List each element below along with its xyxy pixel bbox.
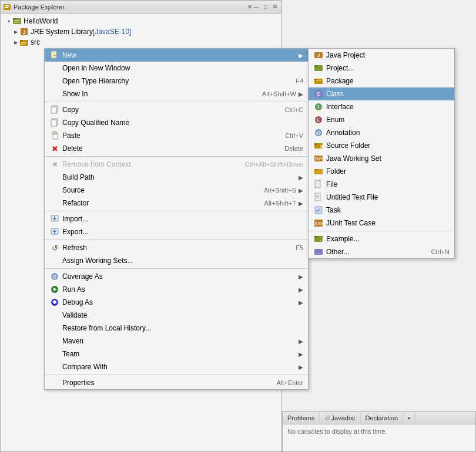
svg-marker-10 <box>20 40 22 42</box>
menu-item-export[interactable]: Export... <box>45 225 308 238</box>
menu-item-open-type-hierarchy[interactable]: Open Type Hierarchy F4 <box>45 75 308 87</box>
export-icon <box>49 227 60 237</box>
menu-item-properties[interactable]: Properties Alt+Enter <box>45 376 308 389</box>
sub-menu-item-untitled-text-file[interactable]: Untitled Text File <box>309 191 454 204</box>
sub-menu-item-file[interactable]: File <box>309 178 454 191</box>
menu-item-assign-working-sets[interactable]: Assign Working Sets... <box>45 254 308 267</box>
menu-item-maven[interactable]: Maven ▶ <box>45 335 308 348</box>
untitled-text-file-label: Untitled Text File <box>326 193 450 201</box>
sub-menu-item-java-working-set[interactable]: JWS Java Working Set <box>309 152 454 165</box>
menu-item-restore-history[interactable]: Restore from Local History... <box>45 322 308 335</box>
menu-item-run-as[interactable]: Run As ▶ <box>45 283 308 296</box>
annotation-icon: @ <box>313 127 324 138</box>
menu-item-show-in[interactable]: Show In Alt+Shift+W ▶ <box>45 87 308 100</box>
console-content: No consoles to display at this time. <box>283 424 475 438</box>
menu-item-refresh[interactable]: ↺ Refresh F5 <box>45 241 308 254</box>
svg-text:✱: ✱ <box>52 299 57 305</box>
declaration-label: Declaration <box>366 414 398 421</box>
show-in-label: Show In <box>62 90 250 98</box>
menu-item-source[interactable]: Source Alt+Shift+S ▶ <box>45 184 308 197</box>
compare-with-arrow: ▶ <box>299 364 303 370</box>
tree-item-helloworld[interactable]: ▾ HelloWorld <box>1 16 281 26</box>
svg-rect-11 <box>21 42 26 43</box>
sub-menu-item-package[interactable]: Package <box>309 75 454 87</box>
svg-text:J: J <box>22 29 25 35</box>
show-in-icon <box>49 89 60 99</box>
menu-item-compare-with[interactable]: Compare With ▶ <box>45 360 308 373</box>
team-icon <box>49 349 60 359</box>
minimize-icon[interactable]: — <box>252 3 260 11</box>
maven-icon <box>49 336 60 346</box>
tab-javadoc[interactable]: @ Javadoc <box>320 411 360 424</box>
build-path-label: Build Path <box>62 173 296 181</box>
menu-item-copy[interactable]: Copy Ctrl+C <box>45 103 308 116</box>
menu-item-team[interactable]: Team ▶ <box>45 348 308 360</box>
open-new-window-icon <box>49 63 60 73</box>
package-explorer-icon <box>3 3 11 11</box>
tree-item-jre[interactable]: ▶ J JRE System Library [JavaSE-10] <box>1 26 281 37</box>
package-explorer-tree: ▾ HelloWorld ▶ J JRE System Lib <box>1 14 281 50</box>
menu-item-new[interactable]: + New ▶ <box>45 49 308 62</box>
sub-menu-item-other[interactable]: ... Other... Ctrl+N <box>309 245 454 258</box>
tree-arrow-src[interactable]: ▶ <box>12 39 19 46</box>
menu-item-paste[interactable]: Paste Ctrl+V <box>45 129 308 142</box>
compare-with-icon <box>49 362 60 372</box>
refresh-icon: ↺ <box>49 242 60 253</box>
delete-shortcut: Delete <box>284 145 303 152</box>
copy-qualified-label: Copy Qualified Name <box>62 119 303 127</box>
sub-menu-item-task[interactable]: Task <box>309 204 454 217</box>
properties-shortcut: Alt+Enter <box>276 379 303 386</box>
menu-item-validate[interactable]: Validate <box>45 309 308 322</box>
sub-menu-item-example[interactable]: ... Example... <box>309 232 454 245</box>
menu-item-coverage-as[interactable]: C Coverage As ▶ <box>45 270 308 283</box>
tab-console[interactable]: ▪ <box>403 411 415 424</box>
build-path-arrow: ▶ <box>299 174 303 181</box>
tree-item-src[interactable]: ▶ src <box>1 37 281 48</box>
sub-menu-item-source-folder[interactable]: S Source Folder <box>309 139 454 152</box>
menu-item-open-new-window[interactable]: Open in New Window <box>45 62 308 75</box>
separator-2 <box>45 156 308 157</box>
file-icon <box>313 179 324 190</box>
tree-arrow-helloworld[interactable]: ▾ <box>5 18 12 25</box>
refresh-label: Refresh <box>62 244 284 252</box>
svg-rect-41 <box>316 80 321 81</box>
sub-menu-item-class[interactable]: C Class <box>309 87 454 100</box>
sub-menu-item-junit-test-case[interactable]: JUnit JUnit Test Case <box>309 217 454 230</box>
sub-menu-item-project[interactable]: Project... <box>309 62 454 75</box>
compare-with-label: Compare With <box>62 363 296 371</box>
sub-menu-item-interface[interactable]: I Interface <box>309 100 454 113</box>
sub-separator-1 <box>309 231 454 231</box>
close-icon[interactable]: ✕ <box>247 4 252 10</box>
svg-rect-2 <box>5 7 8 8</box>
menu-item-copy-qualified[interactable]: Copy Qualified Name <box>45 116 308 129</box>
menu-item-delete[interactable]: ✖ Delete Delete <box>45 142 308 155</box>
menu-item-import[interactable]: Import... <box>45 212 308 225</box>
at-icon: @ <box>324 415 330 421</box>
coverage-as-arrow: ▶ <box>299 274 303 280</box>
tree-arrow-jre[interactable]: ▶ <box>12 28 19 35</box>
source-icon <box>49 185 60 195</box>
maximize-icon[interactable]: □ <box>262 3 270 11</box>
copy-label: Copy <box>62 106 273 114</box>
sub-menu-item-annotation[interactable]: @ Annotation <box>309 126 454 139</box>
tab-problems[interactable]: Problems <box>283 411 320 424</box>
menu-item-refactor[interactable]: Refactor Alt+Shift+T ▶ <box>45 197 308 210</box>
refresh-shortcut: F5 <box>296 244 303 251</box>
refactor-arrow: ▶ <box>299 200 303 207</box>
package-icon <box>313 76 324 86</box>
run-as-label: Run As <box>62 285 296 294</box>
debug-as-icon: ✱ <box>49 297 60 308</box>
menu-item-remove-context[interactable]: ✖ Remove from Context Ctrl+Alt+Shift+Dow… <box>45 158 308 171</box>
tab-declaration[interactable]: Declaration <box>361 411 404 424</box>
separator-3 <box>45 211 308 211</box>
enum-label: Enum <box>326 116 450 124</box>
menu-item-build-path[interactable]: Build Path ▶ <box>45 171 308 184</box>
separator-1 <box>45 102 308 102</box>
menu-item-debug-as[interactable]: ✱ Debug As ▶ <box>45 296 308 309</box>
restore-icon[interactable]: ⧉ <box>271 3 279 11</box>
sub-menu-item-java-project[interactable]: J Java Project <box>309 49 454 62</box>
svg-rect-12 <box>21 44 25 45</box>
sub-menu-item-folder[interactable]: Folder <box>309 165 454 178</box>
junit-test-case-icon: JUnit <box>313 218 324 228</box>
sub-menu-item-enum[interactable]: E Enum <box>309 113 454 126</box>
